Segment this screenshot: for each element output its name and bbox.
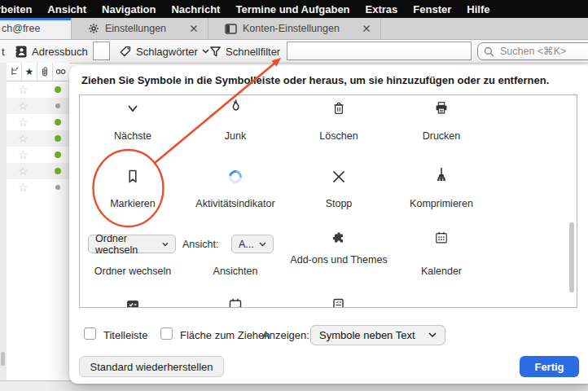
palette-item-naechste[interactable] [123, 100, 143, 118]
palette-item-tasklist[interactable] [125, 298, 141, 308]
palette-item-loeschen[interactable] [329, 99, 349, 118]
menu-item-extras[interactable]: Extras [366, 3, 398, 15]
message-row[interactable]: ☆ [7, 98, 69, 114]
menu-item-hilfe[interactable]: Hilfe [467, 3, 489, 15]
done-button[interactable]: Fertig [520, 356, 579, 377]
menu-item-nachricht[interactable]: Nachricht [171, 3, 220, 15]
mail-toolbar: t Adressbuch Schlagwör [0, 40, 588, 64]
status-dot [55, 119, 61, 125]
folder-select[interactable]: Ordner wechseln [88, 235, 176, 253]
tags-button[interactable]: Schlagwörter [119, 40, 209, 63]
palette-label: Komprimieren [392, 198, 491, 209]
link-icon [55, 68, 66, 75]
status-dot [55, 135, 61, 142]
spinner-icon [226, 168, 244, 186]
tab-settings-label: Einstellungen [105, 23, 166, 34]
palette-item-komprimieren[interactable] [432, 165, 451, 187]
tab-account-settings[interactable]: Konten-Einstellungen [208, 18, 381, 39]
scrollbar-thumb[interactable] [1, 352, 5, 366]
message-row[interactable]: ☆ [7, 163, 69, 179]
status-dot [55, 185, 60, 190]
addressbook-icon [14, 45, 28, 59]
star-outline-icon[interactable]: ☆ [18, 115, 29, 130]
menubar: rbeiten Ansicht Navigation Nachricht Ter… [0, 0, 588, 18]
calendar-icon [433, 230, 450, 247]
menu-item-ansicht[interactable]: Ansicht [47, 3, 86, 15]
broom-icon [432, 166, 450, 187]
toolbar-empty-slot-large[interactable] [287, 42, 472, 60]
palette-item-drucken[interactable] [432, 99, 451, 118]
chevron-down-icon [259, 242, 266, 247]
chevron-down-icon [428, 332, 437, 338]
thread-icon [10, 67, 19, 77]
star-outline-icon[interactable]: ☆ [18, 147, 29, 162]
search-box [477, 42, 588, 60]
star-outline-icon[interactable]: ☆ [18, 180, 29, 195]
tab-mail-account[interactable]: ch@free [0, 18, 72, 39]
display-mode-select[interactable]: Symbole neben Text [310, 325, 445, 345]
star-outline-icon[interactable]: ☆ [18, 164, 29, 178]
search-icon [484, 46, 494, 57]
toolbar-fragment: t [2, 40, 5, 63]
quickfilter-label: Schnellfilter [226, 46, 280, 58]
palette-label: Nächste [83, 130, 182, 142]
column-thread[interactable] [7, 63, 22, 81]
message-row[interactable]: ☆ [7, 147, 69, 163]
palette-item-markieren[interactable] [123, 167, 143, 187]
palette-item-aktivitaetsindikator[interactable] [226, 168, 245, 186]
toolbar-empty-slot-small[interactable] [93, 42, 110, 60]
tab-bar: ch@free Einstellungen [0, 18, 588, 40]
view-select[interactable]: A... [231, 235, 274, 253]
puzzle-icon [331, 230, 347, 247]
message-row[interactable]: ☆ [7, 114, 69, 130]
palette-item-new-event[interactable] [227, 297, 244, 308]
star-outline-icon[interactable]: ☆ [18, 99, 29, 113]
menu-item-navigation[interactable]: Navigation [102, 3, 156, 15]
dragspace-checkbox[interactable] [160, 327, 173, 340]
titlebar-checkbox[interactable] [84, 327, 96, 340]
palette-scrollbar-thumb[interactable] [569, 222, 574, 292]
status-dot [55, 168, 61, 174]
tab-settings[interactable]: Einstellungen [72, 18, 208, 39]
close-icon[interactable] [190, 24, 198, 33]
star-outline-icon[interactable]: ☆ [18, 82, 29, 97]
palette-label: Markieren [83, 198, 182, 209]
column-attachment[interactable] [37, 63, 53, 81]
palette-item-kalender[interactable] [433, 230, 450, 246]
restore-default-button[interactable]: Standard wiederherstellen [79, 356, 224, 377]
palette-label: Ordner wechseln [83, 266, 182, 277]
folder-pane-scrollbar[interactable] [0, 63, 7, 380]
menu-item-bearbeiten[interactable]: rbeiten [0, 3, 32, 15]
search-input[interactable] [498, 45, 587, 58]
view-label: Ansicht: [182, 239, 218, 250]
message-row[interactable]: ☆ [7, 81, 69, 98]
tab-account-settings-label: Konten-Einstellungen [243, 23, 340, 34]
palette-item-new-task[interactable] [331, 297, 347, 308]
palette-item-addons[interactable] [331, 230, 347, 246]
display-mode-label: Anzeigen: [262, 329, 309, 341]
palette-label: Add-ons und Themes [289, 254, 388, 266]
star-outline-icon[interactable]: ☆ [18, 131, 29, 146]
attachment-icon [41, 66, 49, 77]
quickfilter-button[interactable]: Schnellfilter [209, 40, 280, 63]
close-icon[interactable] [362, 24, 371, 33]
thread-pane: ★ ☆ ☆ ☆ ☆ ☆ ☆ ☆ [7, 63, 69, 381]
palette-item-stopp[interactable] [329, 167, 349, 187]
gear-icon [88, 23, 99, 34]
menu-item-termine[interactable]: Termine und Aufgaben [235, 3, 349, 15]
column-star[interactable]: ★ [22, 63, 37, 81]
palette-label: Löschen [289, 130, 388, 142]
addressbook-label: Adressbuch [32, 46, 88, 58]
palette-label: Stopp [289, 198, 388, 209]
menu-item-fenster[interactable]: Fenster [413, 3, 451, 15]
tasklist-icon [125, 299, 140, 308]
column-link[interactable] [53, 63, 68, 81]
addressbook-button[interactable]: Adressbuch [14, 40, 88, 63]
message-row[interactable]: ☆ [7, 179, 69, 196]
bookmark-icon [125, 168, 141, 186]
chevron-down-icon [162, 242, 169, 247]
palette-item-junk[interactable] [226, 98, 245, 117]
message-row[interactable]: ☆ [7, 130, 69, 147]
chevron-down-icon [124, 103, 142, 116]
titlebar-checkbox-label: Titelleiste [103, 329, 147, 341]
